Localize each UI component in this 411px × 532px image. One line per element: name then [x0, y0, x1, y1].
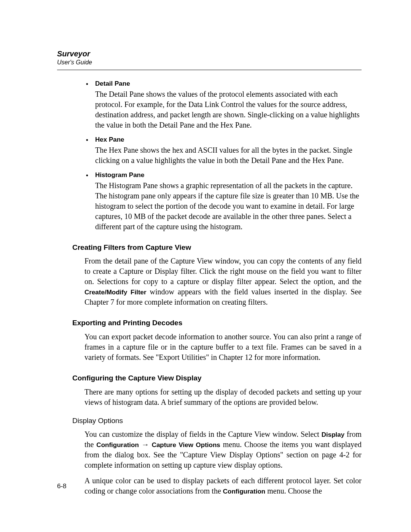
pane-title: Detail Pane [95, 80, 362, 88]
pane-body: The Hex Pane shows the hex and ASCII val… [95, 146, 352, 165]
arrow-icon: → [139, 440, 152, 449]
pane-list: Detail Pane The Detail Pane shows the va… [84, 80, 362, 232]
page-number: 6-8 [57, 482, 67, 490]
text-run: From the detail pane of the Capture View… [84, 257, 362, 286]
ui-label-capture-view-options: Capture View Options [152, 441, 220, 449]
list-item: Hex Pane The Hex Pane shows the hex and … [84, 136, 362, 166]
text-run: You can customize the display of fields … [84, 430, 322, 438]
section-heading-exporting: Exporting and Printing Decodes [72, 318, 362, 328]
paragraph: There are many options for setting up th… [84, 387, 362, 407]
subsection-heading-display-options: Display Options [72, 416, 362, 426]
body-content: Detail Pane The Detail Pane shows the va… [84, 80, 362, 496]
list-item: Detail Pane The Detail Pane shows the va… [84, 80, 362, 130]
section-heading-filters: Creating Filters from Capture View [72, 243, 362, 252]
section-heading-configuring: Configuring the Capture View Display [72, 373, 362, 383]
ui-label-configuration: Configuration [223, 488, 265, 495]
header-title: Surveyor [57, 50, 362, 58]
header-subtitle: User's Guide [57, 59, 362, 66]
ui-label-configuration: Configuration [96, 441, 139, 449]
paragraph: You can customize the display of fields … [84, 429, 362, 470]
pane-body: The Histogram Pane shows a graphic repre… [95, 181, 359, 231]
list-item: Histogram Pane The Histogram Pane shows … [84, 171, 362, 232]
ui-label-display: Display [322, 431, 344, 438]
running-header: Surveyor User's Guide [57, 50, 362, 66]
ui-label-create-modify-filter: Create/Modify Filter [84, 289, 147, 296]
document-page: Surveyor User's Guide Detail Pane The De… [0, 0, 411, 532]
paragraph: A unique color can be used to display pa… [84, 476, 362, 496]
header-rule [57, 70, 362, 70]
paragraph: From the detail pane of the Capture View… [84, 256, 362, 307]
paragraph: You can export packet decode information… [84, 332, 362, 363]
pane-title: Hex Pane [95, 136, 362, 144]
pane-body: The Detail Pane shows the values of the … [95, 90, 360, 129]
pane-title: Histogram Pane [95, 171, 362, 180]
text-run: menu. Choose the [265, 487, 322, 495]
